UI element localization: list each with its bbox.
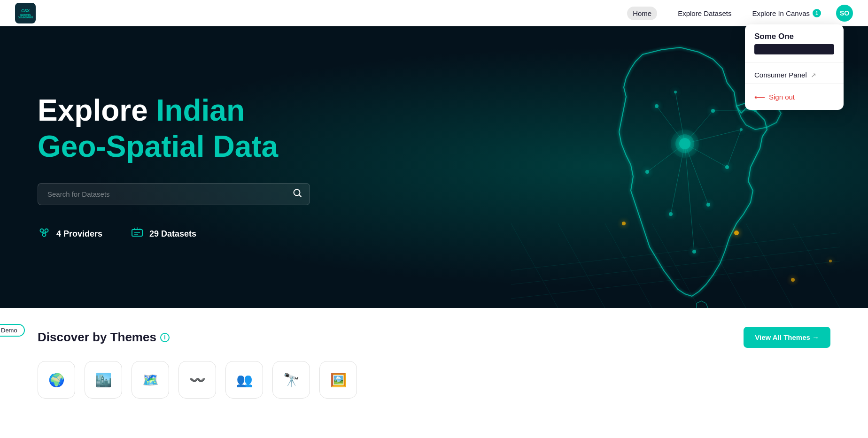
navbar: GSX GEOSPATIAL DATA EXCHANGE Home Explor…	[0, 0, 868, 26]
external-link-icon: ↗	[811, 71, 816, 79]
theme-icon-3: 🗺️	[142, 372, 159, 388]
search-bar	[38, 183, 310, 205]
svg-point-46	[43, 233, 46, 237]
svg-line-4	[511, 233, 840, 270]
hero-stats: 4 Providers 29 Datasets	[38, 226, 310, 242]
svg-line-47	[42, 232, 44, 233]
svg-line-13	[511, 223, 558, 308]
svg-point-28	[622, 222, 626, 225]
themes-section: Demo Discover by Themes i View All Theme…	[0, 308, 868, 408]
svg-text:DATA EXCHANGE: DATA EXCHANGE	[18, 16, 33, 19]
theme-card-3[interactable]: 🗺️	[132, 361, 169, 399]
logo-box: GSX GEOSPATIAL DATA EXCHANGE	[15, 3, 36, 23]
theme-icon-6: 🔭	[283, 372, 300, 388]
theme-icon-4: 〰️	[189, 372, 206, 388]
svg-line-36	[685, 144, 708, 205]
svg-line-10	[699, 223, 746, 308]
nav-explore-canvas[interactable]: Explore In Canvas 1	[752, 9, 821, 17]
view-all-themes-button[interactable]: View All Themes →	[744, 327, 830, 348]
providers-icon	[38, 226, 51, 242]
svg-line-7	[558, 223, 605, 308]
datasets-icon	[131, 226, 144, 242]
datasets-value: 29 Datasets	[149, 229, 196, 239]
theme-card-4[interactable]: 〰️	[178, 361, 216, 399]
navbar-links: Home Explore Datasets Explore In Canvas …	[627, 5, 853, 22]
providers-value: 4 Providers	[56, 229, 102, 239]
svg-line-37	[685, 144, 694, 252]
svg-point-45	[45, 229, 48, 232]
svg-line-11	[746, 223, 793, 308]
stat-providers: 4 Providers	[38, 226, 102, 242]
svg-line-8	[605, 223, 652, 308]
stat-datasets: 29 Datasets	[131, 226, 196, 242]
hero-title: Explore Indian Geo-Spatial Data	[38, 92, 310, 165]
svg-point-0	[17, 5, 34, 22]
themes-header: Discover by Themes i View All Themes →	[38, 327, 830, 348]
svg-point-29	[791, 278, 795, 282]
search-input[interactable]	[44, 184, 291, 205]
theme-card-7[interactable]: 🖼️	[319, 361, 357, 399]
avatar[interactable]: SO	[836, 5, 853, 22]
svg-line-48	[44, 232, 46, 233]
theme-card-6[interactable]: 🔭	[272, 361, 310, 399]
theme-icon-5: 👥	[236, 372, 253, 388]
dropdown-sign-out[interactable]: ⟵ Sign out	[745, 88, 844, 106]
svg-line-41	[727, 130, 741, 167]
svg-line-31	[657, 106, 685, 144]
dropdown-divider	[745, 62, 844, 62]
theme-card-5[interactable]: 👥	[225, 361, 263, 399]
svg-line-43	[299, 195, 301, 197]
theme-card-2[interactable]: 🏙️	[85, 361, 122, 399]
dropdown-consumer-panel[interactable]: Consumer Panel ↗	[745, 66, 844, 84]
hero-content: Explore Indian Geo-Spatial Data	[0, 92, 310, 242]
nav-explore-datasets[interactable]: Explore Datasets	[672, 7, 737, 20]
theme-icon-1: 🌍	[48, 372, 65, 388]
user-dropdown: Some One Consumer Panel ↗ ⟵ Sign out	[745, 24, 844, 110]
svg-line-32	[685, 111, 713, 144]
nav-home[interactable]: Home	[627, 7, 657, 20]
svg-point-44	[40, 229, 44, 232]
svg-text:GSX: GSX	[21, 8, 30, 13]
logo[interactable]: GSX GEOSPATIAL DATA EXCHANGE	[15, 3, 36, 23]
dropdown-email-bar	[754, 44, 834, 54]
hero-section: Explore Indian Geo-Spatial Data	[0, 26, 868, 308]
themes-icons-row: 🌍 🏙️ 🗺️ 〰️ 👥 🔭 🖼️	[38, 361, 830, 399]
svg-line-33	[647, 144, 685, 172]
svg-line-12	[793, 223, 840, 308]
svg-rect-49	[132, 230, 142, 236]
svg-point-30	[829, 260, 832, 262]
canvas-badge: 1	[813, 9, 821, 17]
svg-line-9	[652, 223, 699, 308]
svg-point-27	[734, 231, 739, 235]
themes-title: Discover by Themes i	[38, 330, 170, 345]
dropdown-user-name: Some One	[745, 32, 844, 44]
dropdown-divider-2	[745, 84, 844, 84]
demo-badge: Demo	[0, 324, 25, 337]
theme-icon-7: 🖼️	[330, 372, 347, 388]
search-button[interactable]	[291, 186, 304, 202]
theme-icon-2: 🏙️	[95, 372, 112, 388]
signout-icon: ⟵	[754, 92, 765, 101]
info-icon[interactable]: i	[160, 333, 170, 342]
theme-card-1[interactable]: 🌍	[38, 361, 75, 399]
svg-line-6	[511, 261, 840, 299]
